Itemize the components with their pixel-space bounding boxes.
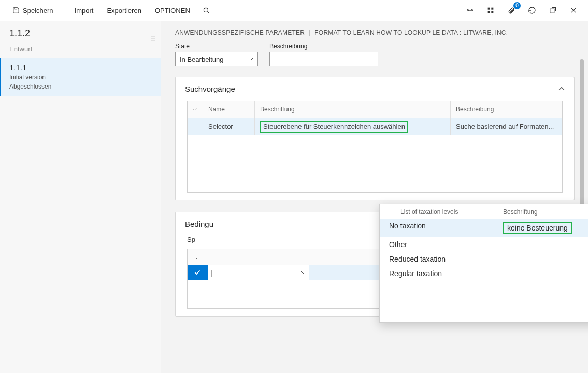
beschreibung-label: Beschreibung [269,42,378,50]
grid-header-check[interactable] [188,101,203,118]
highlighted-option-label: keine Besteuerung [503,222,572,234]
bedingungen-title: Bedingu [185,220,213,228]
close-button[interactable] [566,3,581,18]
options-button[interactable]: OPTIONEN [150,4,195,18]
grid-cell-beschriftung: Steuerebene für Steuerkennzeichen auswäh… [255,118,451,135]
sidebar-item-title: 1.1.1 [9,63,151,72]
dropdown-option-reduced[interactable]: Reduced taxation [380,252,588,266]
refresh-icon [528,6,536,15]
suchvorgaenge-panel: Suchvorgänge Name Beschriftung Bes [175,77,575,200]
app-toolbar: Speichern Import Exportieren OPTIONEN 0 [0,0,588,21]
notifications-button[interactable]: 0 [504,3,519,18]
beschreibung-input[interactable] [269,52,378,66]
version-sidebar: 1.1.2 Entwurf 1.1.1 Initial version Abge… [0,21,161,373]
breadcrumb: ANWENDUNGSSPEZIFISCHE PARAMETER | FORMAT… [175,29,575,36]
apps-button[interactable] [483,3,498,18]
link-icon [466,6,474,15]
svg-point-0 [204,8,208,12]
office-icon [486,6,495,15]
dropdown-header-list[interactable]: List of taxation levels [400,208,458,216]
svg-rect-7 [488,11,490,13]
save-label: Speichern [23,7,53,15]
state-value: In Bearbeitung [180,55,224,63]
svg-rect-5 [488,8,490,10]
main-panel: ANWENDUNGSSPEZIFISCHE PARAMETER | FORMAT… [161,21,588,373]
highlighted-beschriftung: Steuerebene für Steuerkennzeichen auswäh… [260,121,408,133]
chevron-up-icon [558,84,565,93]
dropdown-option-no-taxation[interactable]: No taxation keine Besteuerung [380,219,588,237]
dropdown-header: List of taxation levels Beschriftung [380,204,588,219]
search-icon [203,7,210,14]
svg-point-2 [467,10,469,11]
grid-row-check[interactable] [188,118,203,135]
suchvorgaenge-title: Suchvorgänge [185,84,235,93]
save-icon [12,7,20,14]
grid-empty-space [188,135,562,192]
bedingungen-header-c1[interactable] [207,249,309,265]
grid-cell-beschreibung: Suche basierend auf Formaten... [451,118,562,135]
close-icon [570,7,577,14]
search-button[interactable] [198,4,214,17]
sidebar-item-line1: Initial version [9,73,151,81]
state-label: State [175,42,258,50]
sidebar-entwurf-label: Entwurf [0,42,161,58]
bedingungen-header-check[interactable] [188,249,207,265]
popout-icon [549,6,557,15]
breadcrumb-part1: ANWENDUNGSSPEZIFISCHE PARAMETER [175,29,305,36]
grid-header-beschriftung[interactable]: Beschriftung [255,101,451,118]
grid-header-row: Name Beschriftung Beschreibung [188,101,562,118]
grid-row-selector[interactable]: Selector Steuerebene für Steuerkennzeich… [188,118,562,135]
suchvorgaenge-header[interactable]: Suchvorgänge [176,77,574,101]
dropdown-header-beschriftung[interactable]: Beschriftung [503,208,588,216]
chevron-down-icon [248,55,253,63]
svg-rect-6 [491,8,493,10]
sidebar-heading: 1.1.2 [9,28,151,39]
link-icon-button[interactable] [463,3,477,18]
suchvorgaenge-grid: Name Beschriftung Beschreibung Selector … [187,101,563,193]
taxation-dropdown-popup: List of taxation levels Beschriftung No … [379,204,588,323]
dropdown-option-name: No taxation [389,222,503,234]
breadcrumb-part2: FORMAT TO LEARN HOW TO LOOKUP LE DATA : … [314,29,508,36]
grid-header-name[interactable]: Name [203,101,255,118]
bedingungen-row-check[interactable] [188,265,207,280]
sidebar-item-line2: Abgeschlossen [9,82,151,91]
svg-line-1 [207,12,209,13]
toolbar-separator [64,5,64,16]
grid-header-beschreibung[interactable]: Beschreibung [451,101,562,118]
refresh-button[interactable] [525,3,539,18]
chevron-down-icon [300,269,306,277]
dropdown-option-regular[interactable]: Regular taxation [380,266,588,281]
dropdown-option-other[interactable]: Other [380,237,588,252]
sidebar-resize-handle[interactable] [150,21,155,41]
sidebar-item-version[interactable]: 1.1.1 Initial version Abgeschlossen [0,58,161,96]
check-icon [389,209,395,215]
notification-badge: 0 [513,2,521,9]
import-button[interactable]: Import [69,4,99,18]
bedingungen-select-cell[interactable]: | [207,265,309,280]
grid-cell-name: Selector [203,118,255,135]
save-button[interactable]: Speichern [7,4,59,18]
popout-button[interactable] [546,3,560,18]
svg-rect-9 [550,9,554,13]
state-select[interactable]: In Bearbeitung [175,52,258,66]
svg-rect-8 [491,11,493,13]
export-button[interactable]: Exportieren [102,4,146,18]
svg-point-3 [471,10,473,11]
